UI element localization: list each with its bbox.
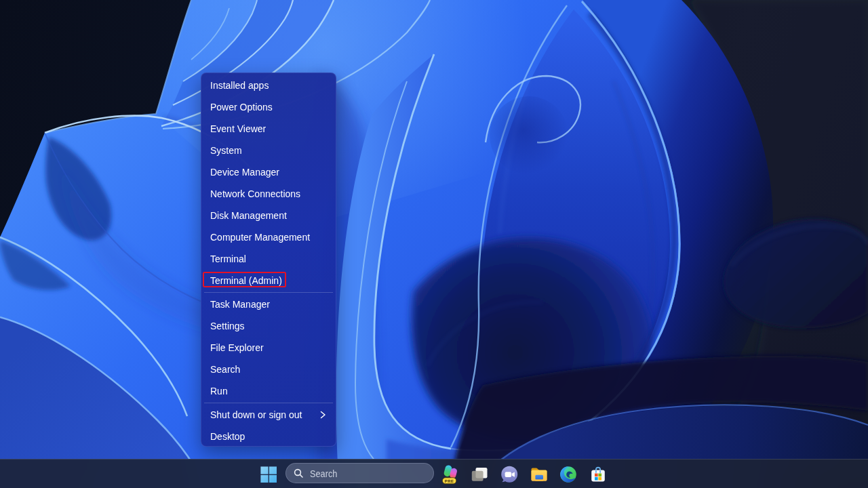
menu-item-label: Terminal bbox=[210, 253, 328, 264]
copilot-button[interactable]: PRE bbox=[437, 460, 464, 488]
menu-item-device-manager[interactable]: Device Manager bbox=[201, 161, 336, 183]
menu-item-label: System bbox=[210, 145, 328, 156]
microsoft-store-icon bbox=[589, 466, 607, 483]
windows-logo-icon bbox=[260, 466, 277, 483]
submenu-chevron-icon bbox=[318, 410, 328, 420]
edge-button[interactable] bbox=[555, 460, 582, 488]
desktop-wallpaper bbox=[0, 0, 868, 488]
menu-item-installed-apps[interactable]: Installed apps bbox=[201, 75, 336, 96]
menu-item-label: Desktop bbox=[210, 431, 328, 442]
menu-item-event-viewer[interactable]: Event Viewer bbox=[201, 118, 336, 140]
menu-item-label: Network Connections bbox=[210, 188, 328, 199]
menu-item-label: Computer Management bbox=[210, 232, 328, 243]
menu-item-run[interactable]: Run bbox=[201, 380, 336, 402]
taskbar-search[interactable]: Search bbox=[285, 463, 434, 483]
chat-icon bbox=[500, 466, 518, 483]
menu-item-terminal-admin[interactable]: Terminal (Admin) bbox=[201, 270, 336, 291]
edge-icon bbox=[559, 466, 577, 483]
menu-item-network-connections[interactable]: Network Connections bbox=[201, 183, 336, 205]
menu-item-power-options[interactable]: Power Options bbox=[201, 96, 336, 118]
menu-item-system[interactable]: System bbox=[201, 140, 336, 161]
file-explorer-button[interactable] bbox=[526, 460, 553, 488]
start-button[interactable] bbox=[255, 460, 282, 488]
menu-item-desktop[interactable]: Desktop bbox=[201, 426, 336, 447]
taskbar: Search PRE bbox=[0, 459, 868, 488]
chat-button[interactable] bbox=[496, 460, 523, 488]
search-label: Search bbox=[310, 468, 337, 479]
menu-item-terminal[interactable]: Terminal bbox=[201, 248, 336, 270]
menu-item-search[interactable]: Search bbox=[201, 359, 336, 380]
menu-item-label: Device Manager bbox=[210, 167, 328, 178]
copilot-pre-badge: PRE bbox=[442, 477, 456, 483]
copilot-icon: PRE bbox=[440, 464, 460, 485]
menu-item-label: Settings bbox=[210, 321, 328, 331]
winx-menu: Installed apps Power Options Event Viewe… bbox=[201, 73, 336, 447]
menu-item-label: Event Viewer bbox=[210, 123, 328, 134]
menu-item-label: Search bbox=[210, 364, 328, 375]
menu-item-computer-management[interactable]: Computer Management bbox=[201, 226, 336, 248]
menu-item-disk-management[interactable]: Disk Management bbox=[201, 205, 336, 226]
menu-item-file-explorer[interactable]: File Explorer bbox=[201, 337, 336, 359]
menu-item-settings[interactable]: Settings bbox=[201, 315, 336, 337]
menu-item-label: Run bbox=[210, 386, 328, 396]
copilot-pre-badge-label: PRE bbox=[445, 479, 454, 483]
microsoft-store-button[interactable] bbox=[585, 460, 612, 488]
menu-item-label: Terminal (Admin) bbox=[210, 275, 328, 286]
menu-item-label: Shut down or sign out bbox=[210, 409, 318, 420]
search-icon bbox=[294, 468, 304, 479]
menu-item-label: Task Manager bbox=[210, 299, 328, 310]
menu-item-label: File Explorer bbox=[210, 342, 328, 353]
menu-item-label: Power Options bbox=[210, 102, 328, 113]
menu-item-shutdown[interactable]: Shut down or sign out bbox=[201, 404, 336, 426]
menu-item-label: Disk Management bbox=[210, 210, 328, 221]
menu-item-label: Installed apps bbox=[210, 80, 328, 91]
task-view-icon bbox=[471, 466, 488, 483]
task-view-button[interactable] bbox=[466, 460, 493, 488]
menu-item-task-manager[interactable]: Task Manager bbox=[201, 293, 336, 315]
file-explorer-icon bbox=[530, 466, 548, 483]
